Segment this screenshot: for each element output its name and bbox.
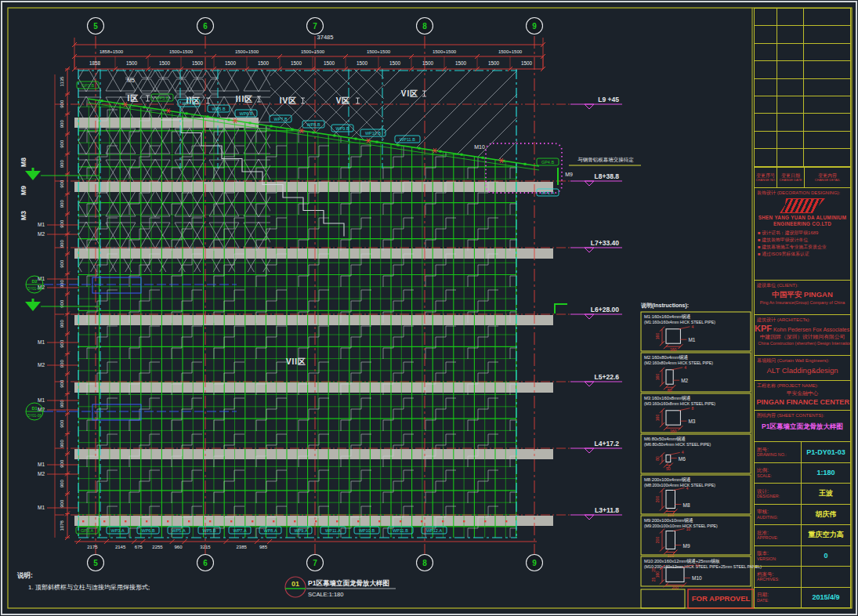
member-rot-label: M9: [20, 186, 27, 195]
top-dimension: 1500: [521, 60, 533, 66]
svg-text:25: 25: [651, 577, 656, 582]
green-angle: [555, 304, 567, 313]
member-leader-label: M1: [38, 222, 45, 227]
legend-title-zh: M2:160x80x4mm钢通: [644, 354, 688, 360]
panel-tag-text: WP10.B: [365, 131, 382, 136]
consultant-box: 幕墙顾问 (Curtain Wall Engineers): ALT Cladd…: [754, 356, 851, 381]
profile-dim-h: 160: [655, 374, 660, 381]
member-leader-label: M2: [38, 471, 45, 476]
legend-title-en: (M3:160x160x8mm HICK STEEL PIPE): [644, 401, 715, 406]
member-label: M10: [474, 144, 485, 150]
weld-node: [315, 520, 317, 522]
designer-heading: 装饰设计 (DECORATION DESIGNING):: [757, 190, 850, 197]
weld-node: [505, 520, 507, 522]
profile-diagram: [666, 455, 671, 462]
slope-node: [207, 115, 209, 118]
grid-axis-number: 9: [532, 22, 537, 31]
profile-label: M6: [679, 456, 686, 462]
profile-dim-t: 4: [682, 450, 684, 455]
field-auditing: 审核:AUDITING: 胡庆伟: [754, 505, 851, 526]
slope-node: [376, 141, 378, 143]
top-dimension: 1500: [258, 60, 270, 66]
weld-node: [336, 520, 338, 522]
revision-table: 变更序号 CHANGE NO. 变更日期 CHANGE DATE 变更内容 CH…: [754, 8, 851, 188]
grid-axis-number: 6: [203, 22, 208, 31]
left-dimension: 900: [60, 259, 64, 268]
left-dimension: 1135: [60, 76, 64, 87]
left-dimension: 900: [60, 120, 64, 129]
slope-node: [101, 100, 103, 102]
profile-dim-h: 200: [655, 496, 660, 503]
top-dimension: 1500: [324, 60, 335, 66]
consultant-name: ALT Cladding&design: [755, 366, 850, 375]
architect-zh: 中建国际（深圳）设计顾问有限公司: [755, 333, 850, 341]
member-leader-label: M1: [38, 339, 45, 345]
slope-node: [461, 154, 463, 156]
profile-label: M10: [692, 575, 702, 581]
slope-node: [228, 118, 230, 121]
base-panel-tag-text: WP11.A: [325, 528, 341, 533]
cad-application-canvas: 374851858+15001500+15001500+15001500+150…: [0, 0, 858, 616]
profile-label: M3: [688, 419, 695, 424]
base-panel-tag-text: WP5.B: [202, 528, 215, 533]
grid-axis-number: 8: [422, 559, 427, 567]
top-dimension: 1858: [89, 60, 101, 66]
title-block: 变更序号 CHANGE NO. 变更日期 CHANGE DATE 变更内容 CH…: [754, 8, 851, 608]
company-logo: [780, 198, 825, 213]
profile-dim-t: 8: [691, 406, 693, 411]
legend-title-zh: M8:200x100x4mm钢通: [644, 476, 690, 482]
weld-node: [252, 520, 253, 522]
revision-col-detail: 变更内容 CHANGE DETAIL: [805, 168, 850, 188]
profile-label: M8: [683, 502, 690, 508]
level-label: L6+28.00: [591, 306, 619, 313]
grid-axis-number: 5: [93, 559, 98, 567]
panel-tag-text: WP5.B: [155, 96, 168, 100]
section-ref: DY01-08: [27, 287, 42, 291]
pair-dimension: 1500+1500: [169, 49, 194, 54]
field-version: 版本:VERSION: 0: [754, 546, 851, 567]
base-panel-tag-text: WP11.B: [393, 528, 408, 533]
member-rot-label: M3: [20, 211, 27, 220]
left-dimension: 900: [60, 240, 64, 248]
weld-node: [273, 520, 274, 522]
profile-dim-w: 100: [668, 553, 675, 558]
project-box: 工程名称 (PROJECT NAME): 平安金融中心 PINGAN FINAN…: [754, 381, 851, 411]
pair-dimension: 1500+1500: [498, 49, 523, 54]
profile-dim-h: 80: [655, 456, 660, 461]
slope-node: [440, 150, 442, 153]
base-panel-tag-text: WP8.A: [263, 528, 277, 533]
hatch-hex-region: [125, 71, 218, 99]
contents-value: P1区幕墙立面龙骨放大样图: [755, 422, 850, 432]
profile-dim-w: 100: [668, 513, 675, 517]
client-label: 建设单位 (CLIENT):: [757, 282, 850, 289]
top-dimension: 1500: [357, 60, 368, 66]
level-triangle: [585, 104, 594, 109]
consultant-label: 幕墙顾问 (Curtain Wall Engineers):: [757, 357, 850, 364]
member-leader-label: M1: [38, 397, 45, 403]
profile-dim-t: 10: [686, 527, 691, 531]
profile-diagram: [666, 491, 675, 509]
legend-title-en: (M2:160x80x4mm HICK STEEL PIPE): [644, 361, 713, 365]
slope-node: [270, 125, 273, 127]
slope-node: [524, 163, 527, 165]
legend-title-zh: M3:160x160x8mm钢通: [644, 395, 690, 400]
member-leader-label: M1: [38, 462, 45, 467]
section-ref: DY01-08: [27, 414, 42, 418]
top-dimension: 1500: [159, 60, 171, 66]
bottom-dimension: 2385: [237, 545, 248, 549]
panel-tag-text: WP7.B: [273, 117, 287, 121]
field-date: 日期:DATE: 2015/4/9: [754, 588, 851, 609]
approval-stamp-text: FOR APPROVEL: [692, 594, 751, 603]
legend-title-zh: M6:80x50x4mm钢通: [644, 436, 686, 441]
field-approve: 批准:APPROVE: 重庆空力高: [754, 525, 851, 546]
section-no: D1: [31, 406, 37, 411]
legend-title-en: (M9:200x100x10mm HICK STEEL PIPE): [644, 524, 718, 528]
weld-node: [146, 520, 147, 522]
notes-line: 1. 顶部斜横框与立柱与连接均采用焊接形式;: [28, 584, 150, 591]
profile-dim-t: 4: [686, 486, 689, 491]
member-label: M9: [565, 172, 573, 177]
panel-tag-text: WP4.B: [182, 101, 195, 106]
base-panel-tag-text: WP6.B: [141, 528, 154, 533]
panel-tag-text: WP6.B: [239, 111, 252, 116]
notes-heading: 说明:: [16, 571, 33, 579]
